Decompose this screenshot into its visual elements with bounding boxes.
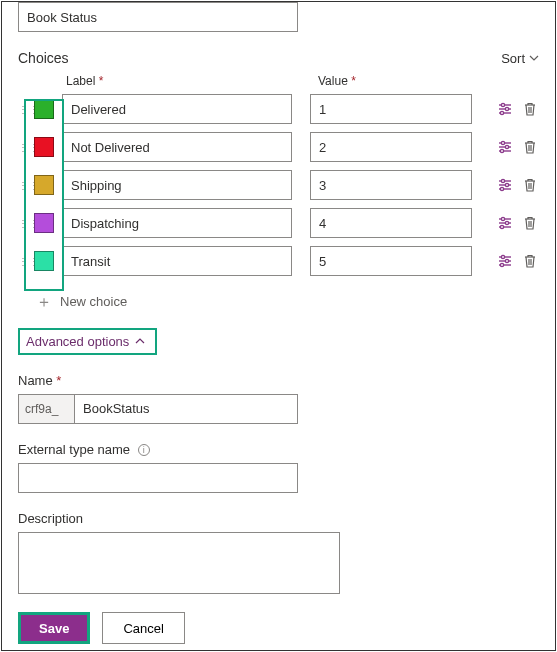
choice-row: ⋮⋮ <box>18 92 539 126</box>
drag-handle-icon[interactable]: ⋮⋮ <box>18 256 30 267</box>
svg-point-13 <box>500 149 503 152</box>
color-swatch[interactable] <box>34 137 54 157</box>
svg-point-1 <box>501 103 504 106</box>
svg-point-37 <box>500 263 503 266</box>
external-type-input[interactable] <box>18 463 298 493</box>
choice-row: ⋮⋮ <box>18 206 539 240</box>
choice-row: ⋮⋮ <box>18 244 539 278</box>
column-header-label: Label * <box>66 74 314 88</box>
name-label: Name * <box>18 373 539 388</box>
svg-point-3 <box>505 107 508 110</box>
trash-icon[interactable] <box>523 253 537 269</box>
color-swatch[interactable] <box>34 175 54 195</box>
trash-icon[interactable] <box>523 139 537 155</box>
svg-point-21 <box>500 187 503 190</box>
advanced-options-toggle[interactable]: Advanced options <box>18 328 157 355</box>
svg-point-29 <box>500 225 503 228</box>
sliders-icon[interactable] <box>497 139 513 155</box>
cancel-button[interactable]: Cancel <box>102 612 184 644</box>
sliders-icon[interactable] <box>497 177 513 193</box>
svg-point-17 <box>501 179 504 182</box>
choice-row: ⋮⋮ <box>18 168 539 202</box>
sort-button[interactable]: Sort <box>501 51 539 66</box>
choice-value-input[interactable] <box>310 94 472 124</box>
color-swatch[interactable] <box>34 213 54 233</box>
save-button[interactable]: Save <box>18 612 90 644</box>
svg-point-33 <box>501 255 504 258</box>
new-choice-label: New choice <box>60 294 127 309</box>
drag-handle-icon[interactable]: ⋮⋮ <box>18 142 30 153</box>
name-prefix: crf9a_ <box>18 394 74 424</box>
external-type-label: External type name i <box>18 442 539 457</box>
plus-icon: ＋ <box>36 295 52 309</box>
drag-handle-icon[interactable]: ⋮⋮ <box>18 180 30 191</box>
trash-icon[interactable] <box>523 101 537 117</box>
display-name-input[interactable] <box>18 2 298 32</box>
name-input[interactable] <box>74 394 298 424</box>
column-header-value: Value * <box>318 74 356 88</box>
drag-handle-icon[interactable]: ⋮⋮ <box>18 218 30 229</box>
choices-heading: Choices <box>18 50 69 66</box>
choice-label-input[interactable] <box>62 246 292 276</box>
advanced-options-label: Advanced options <box>26 334 129 349</box>
svg-point-11 <box>505 145 508 148</box>
sliders-icon[interactable] <box>497 215 513 231</box>
choice-label-input[interactable] <box>62 94 292 124</box>
svg-point-5 <box>500 111 503 114</box>
description-input[interactable] <box>18 532 340 594</box>
sort-label: Sort <box>501 51 525 66</box>
new-choice-button[interactable]: ＋ New choice <box>36 294 127 309</box>
chevron-up-icon <box>135 336 145 346</box>
color-swatch[interactable] <box>34 251 54 271</box>
svg-point-25 <box>501 217 504 220</box>
chevron-down-icon <box>529 53 539 63</box>
choice-value-input[interactable] <box>310 246 472 276</box>
info-icon[interactable]: i <box>138 444 150 456</box>
choice-label-input[interactable] <box>62 208 292 238</box>
drag-handle-icon[interactable]: ⋮⋮ <box>18 104 30 115</box>
choice-row: ⋮⋮ <box>18 130 539 164</box>
trash-icon[interactable] <box>523 215 537 231</box>
choice-label-input[interactable] <box>62 170 292 200</box>
svg-point-35 <box>505 259 508 262</box>
choice-value-input[interactable] <box>310 208 472 238</box>
color-swatch[interactable] <box>34 99 54 119</box>
description-label: Description <box>18 511 539 526</box>
sliders-icon[interactable] <box>497 253 513 269</box>
sliders-icon[interactable] <box>497 101 513 117</box>
svg-point-9 <box>501 141 504 144</box>
choice-value-input[interactable] <box>310 170 472 200</box>
svg-point-19 <box>505 183 508 186</box>
choice-label-input[interactable] <box>62 132 292 162</box>
svg-point-27 <box>505 221 508 224</box>
choice-value-input[interactable] <box>310 132 472 162</box>
trash-icon[interactable] <box>523 177 537 193</box>
